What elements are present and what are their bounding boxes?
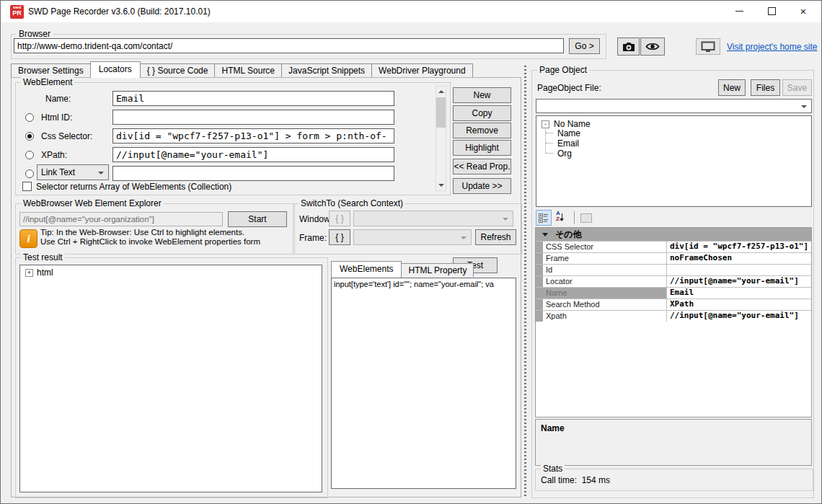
- tree-expander-icon[interactable]: [25, 269, 33, 277]
- po-tree-item-email[interactable]: Email: [557, 138, 579, 149]
- property-row-name[interactable]: Name Email: [536, 287, 811, 299]
- row-indent: [536, 299, 543, 310]
- webelements-listbox[interactable]: input[type='text'] id=""; name="your-ema…: [331, 278, 516, 489]
- xpath-input[interactable]: [112, 147, 394, 162]
- tab-webelements[interactable]: WebElements: [331, 261, 402, 278]
- property-value[interactable]: div[id = "wpcf7-f257-p13-o1"] >: [667, 242, 811, 252]
- property-name: CSS Selector: [543, 242, 667, 252]
- linktext-radio[interactable]: [25, 169, 34, 178]
- property-category-row[interactable]: その他: [536, 228, 811, 241]
- xpath-radio[interactable]: [25, 151, 34, 159]
- page-object-group-label: Page Object: [537, 65, 589, 75]
- explorer-group-label: WebBrowser Web Element Explorer: [21, 198, 164, 208]
- row-indent: [536, 253, 543, 264]
- pageobject-file-combo[interactable]: [536, 99, 812, 113]
- eye-icon: [645, 42, 660, 51]
- categorized-view-button[interactable]: [536, 210, 552, 226]
- property-name: Locator: [543, 276, 667, 287]
- tab-browser-settings[interactable]: Browser Settings: [11, 63, 91, 77]
- property-name: Frame: [543, 253, 667, 264]
- tab-locators[interactable]: Locators: [90, 61, 141, 78]
- highlight-button[interactable]: Highlight: [453, 140, 511, 156]
- scrollbar-thumb[interactable]: [436, 97, 446, 128]
- scroll-down-button[interactable]: [436, 180, 446, 190]
- project-home-link[interactable]: Visit project's home site: [727, 42, 820, 52]
- tree-expander-icon[interactable]: [542, 120, 549, 128]
- maximize-icon: [768, 7, 776, 15]
- collection-checkbox[interactable]: [22, 182, 32, 191]
- css-selector-input[interactable]: [112, 128, 394, 143]
- tab-source-code[interactable]: { } Source Code: [140, 63, 216, 77]
- htmlid-radio[interactable]: [25, 113, 34, 122]
- po-save-button[interactable]: Save: [782, 79, 812, 96]
- property-value[interactable]: XPath: [667, 299, 811, 310]
- property-value[interactable]: noFrameChosen: [667, 253, 811, 264]
- scroll-up-button[interactable]: [436, 87, 446, 97]
- app-icon: swd PR: [10, 5, 24, 19]
- property-row-locator[interactable]: Locator //input[@name="your-email"]: [536, 275, 811, 287]
- tip-line-1: Tip: In the Web-Browser: Use Ctrl to hig…: [40, 228, 244, 236]
- explorer-query-input[interactable]: [19, 212, 223, 226]
- element-name-input[interactable]: [112, 91, 394, 106]
- frame-combo[interactable]: [353, 229, 472, 245]
- results-tab-strip: WebElementsHTML Property: [331, 261, 474, 278]
- minimize-button[interactable]: [723, 1, 755, 22]
- htmlid-input[interactable]: [112, 110, 394, 125]
- monitor-button[interactable]: [696, 38, 720, 55]
- property-row-css-selector[interactable]: CSS Selector div[id = "wpcf7-f257-p13-o1…: [536, 241, 811, 252]
- property-value[interactable]: Email: [667, 288, 811, 299]
- linktext-input[interactable]: [112, 166, 394, 181]
- vertical-splitter[interactable]: [524, 66, 526, 497]
- locator-type-value: Link Text: [41, 167, 75, 177]
- maximize-button[interactable]: [756, 1, 787, 22]
- arrow-down-icon: [438, 184, 444, 187]
- close-button[interactable]: ×: [787, 1, 819, 22]
- update-button[interactable]: Update >>: [453, 178, 511, 194]
- webelement-scrollbar[interactable]: [436, 86, 446, 191]
- start-button[interactable]: Start: [228, 211, 287, 227]
- test-result-tree[interactable]: [19, 265, 322, 492]
- read-prop-button[interactable]: << Read Prop.: [453, 159, 511, 174]
- window-title: SWD Page Recorder v3.6.0 (Build: 2017.10…: [28, 6, 211, 17]
- po-new-button[interactable]: New: [718, 79, 746, 96]
- po-tree-root[interactable]: No Name: [554, 119, 591, 129]
- screenshot-button[interactable]: [617, 37, 640, 56]
- property-value[interactable]: [667, 265, 811, 275]
- url-input[interactable]: [14, 38, 564, 53]
- tab-webdriver-playground[interactable]: WebDriver Playground: [371, 63, 473, 77]
- property-value[interactable]: //input[@name="your-email"]: [667, 311, 811, 322]
- property-row-id[interactable]: Id: [536, 264, 811, 275]
- tip-line-2: Use Ctrl + RightClick to invoke WebEleme…: [40, 237, 260, 246]
- tab-html-source[interactable]: HTML Source: [214, 63, 282, 77]
- locator-type-combo[interactable]: Link Text: [37, 164, 109, 180]
- tree-line: [546, 153, 553, 154]
- property-value[interactable]: //input[@name="your-email"]: [667, 276, 811, 287]
- property-row-frame[interactable]: Frame noFrameChosen: [536, 252, 811, 264]
- app-window: swd PR SWD Page Recorder v3.6.0 (Build: …: [0, 0, 822, 504]
- refresh-button[interactable]: Refresh: [475, 229, 516, 245]
- tab-javascript-snippets[interactable]: JavaScript Snippets: [281, 63, 372, 77]
- css-selector-radio[interactable]: [25, 132, 34, 141]
- highlight-view-button[interactable]: [640, 37, 665, 56]
- tree-node-html[interactable]: html: [37, 268, 53, 278]
- property-pages-button[interactable]: [578, 210, 594, 226]
- tab-html-property[interactable]: HTML Property: [401, 263, 474, 277]
- new-button[interactable]: New: [453, 87, 511, 103]
- po-files-button[interactable]: Files: [751, 79, 780, 96]
- property-row-search-method[interactable]: Search Method XPath: [536, 299, 811, 310]
- list-item[interactable]: input[type='text'] id=""; name="your-ema…: [332, 278, 516, 290]
- window-braces-button[interactable]: { }: [329, 211, 350, 226]
- alphabetical-sort-button[interactable]: A Z: [553, 210, 569, 226]
- frame-label: Frame:: [299, 233, 327, 243]
- property-row-xpath[interactable]: Xpath //input[@name="your-email"]: [536, 310, 811, 322]
- frame-braces-button[interactable]: { }: [329, 229, 350, 245]
- remove-button[interactable]: Remove: [453, 123, 511, 138]
- property-name: Search Method: [543, 299, 667, 310]
- go-button[interactable]: Go >: [569, 38, 600, 54]
- po-tree-item-name[interactable]: Name: [557, 128, 580, 138]
- copy-button[interactable]: Copy: [453, 105, 511, 121]
- window-combo[interactable]: [353, 211, 513, 226]
- htmlid-label: Html ID:: [41, 112, 72, 123]
- po-tree-item-org[interactable]: Org: [557, 149, 572, 159]
- property-name: Xpath: [543, 311, 667, 322]
